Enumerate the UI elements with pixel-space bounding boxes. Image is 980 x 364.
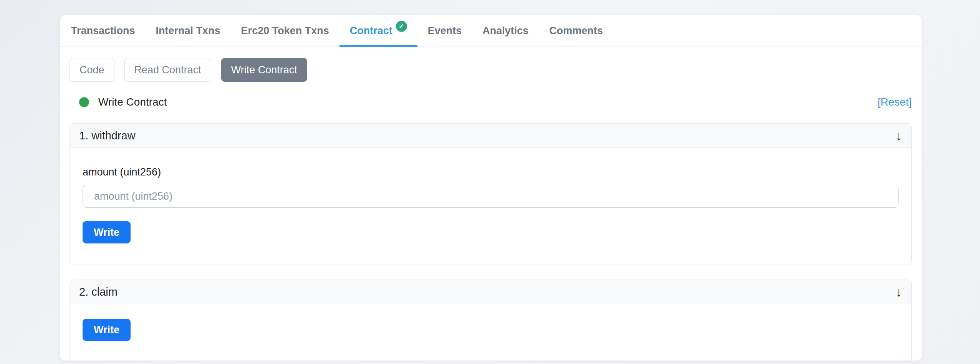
arrow-down-icon[interactable]: ↓ [896,129,902,142]
tab-content: Code Read Contract Write Contract Write … [60,58,922,361]
tab-label: Comments [549,25,603,37]
panel-body-claim: Write [70,304,911,361]
amount-field-label: amount (uint256) [83,166,899,178]
read-contract-button[interactable]: Read Contract [124,58,211,82]
write-contract-button[interactable]: Write Contract [221,58,307,82]
status-dot-icon [79,97,89,107]
tab-analytics[interactable]: Analytics [472,15,539,46]
tab-label: Internal Txns [156,25,220,37]
tab-label: Contract [350,25,392,37]
tab-comments[interactable]: Comments [539,15,613,46]
tab-label: Erc20 Token Txns [241,25,329,37]
contract-subnav: Code Read Contract Write Contract [70,58,912,82]
panel-body-withdraw: amount (uint256) Write [70,148,911,265]
amount-input[interactable] [83,185,899,208]
tab-label: Events [428,25,462,37]
tab-label: Analytics [482,25,528,37]
tab-label: Transactions [71,25,135,37]
panel-title: 1. withdraw [79,129,136,142]
function-panel-claim: 2. claim ↓ Write [70,280,912,361]
section-title: Write Contract [98,96,167,108]
panel-title: 2. claim [79,286,118,298]
tab-transactions[interactable]: Transactions [61,15,146,46]
tab-erc20-token-txns[interactable]: Erc20 Token Txns [231,15,339,46]
code-button[interactable]: Code [70,58,114,82]
contract-card: Transactions Internal Txns Erc20 Token T… [60,15,922,361]
tab-bar: Transactions Internal Txns Erc20 Token T… [60,15,922,47]
arrow-down-icon[interactable]: ↓ [896,285,902,298]
tab-internal-txns[interactable]: Internal Txns [146,15,231,46]
verified-check-icon: ✓ [396,21,407,32]
write-button-claim[interactable]: Write [83,319,131,341]
tab-contract[interactable]: Contract ✓ [339,15,417,46]
panel-header-withdraw[interactable]: 1. withdraw ↓ [70,124,911,148]
write-button-withdraw[interactable]: Write [83,221,131,243]
panel-header-claim[interactable]: 2. claim ↓ [70,280,911,304]
reset-link[interactable]: [Reset] [877,96,912,108]
tab-events[interactable]: Events [417,15,472,46]
write-contract-header: Write Contract [Reset] [70,96,912,109]
function-panel-withdraw: 1. withdraw ↓ amount (uint256) Write [70,123,912,265]
